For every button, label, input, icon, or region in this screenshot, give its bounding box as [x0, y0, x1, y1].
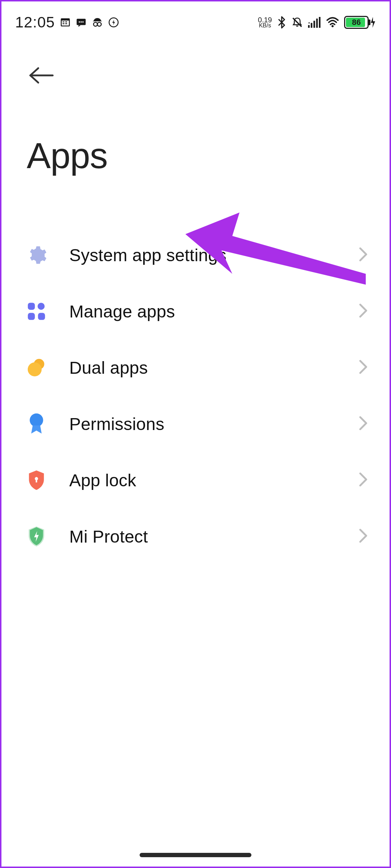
svg-rect-17: [313, 21, 315, 28]
message-icon: [76, 17, 87, 28]
wifi-icon: [326, 17, 339, 28]
svg-rect-26: [38, 313, 45, 320]
row-label: Dual apps: [69, 358, 339, 378]
row-label: Permissions: [69, 414, 339, 434]
settings-list: System app settings Manage apps Dual app…: [1, 227, 390, 565]
battery-indicator: 86: [344, 16, 376, 29]
svg-point-20: [308, 22, 310, 24]
chevron-right-icon: [359, 472, 368, 488]
row-label: System app settings: [69, 245, 339, 265]
svg-point-7: [79, 21, 80, 23]
chevron-right-icon: [359, 303, 368, 319]
apps-grid-icon: [23, 298, 50, 325]
svg-point-29: [30, 413, 43, 427]
calendar-icon: [60, 17, 71, 28]
svg-rect-25: [28, 313, 35, 320]
row-dual-apps[interactable]: Dual apps: [23, 339, 368, 396]
svg-rect-31: [36, 479, 37, 482]
row-label: Mi Protect: [69, 527, 339, 547]
svg-point-24: [38, 303, 45, 310]
shield-lock-icon: [23, 467, 50, 494]
bluetooth-icon: [277, 16, 286, 29]
dual-circle-icon: [23, 354, 50, 381]
row-system-app-settings[interactable]: System app settings: [23, 227, 368, 283]
svg-rect-2: [63, 22, 65, 23]
row-mi-protect[interactable]: Mi Protect: [23, 508, 368, 565]
chevron-right-icon: [359, 529, 368, 544]
svg-rect-1: [62, 21, 69, 26]
row-permissions[interactable]: Permissions: [23, 396, 368, 452]
status-time: 12:05: [15, 14, 55, 31]
shield-bolt-icon: [23, 523, 50, 550]
status-right: 0.19 KB/s 86: [258, 16, 376, 29]
svg-rect-5: [65, 23, 67, 25]
svg-point-9: [82, 21, 84, 23]
chevron-right-icon: [359, 416, 368, 432]
svg-point-8: [80, 21, 82, 23]
chevron-right-icon: [359, 360, 368, 376]
signal-icon: [308, 17, 321, 28]
arrow-left-icon: [27, 66, 55, 85]
svg-point-21: [331, 25, 334, 27]
svg-point-28: [28, 363, 42, 377]
svg-rect-19: [319, 17, 321, 28]
charging-icon: [370, 17, 376, 28]
svg-rect-3: [65, 22, 67, 23]
home-indicator[interactable]: [140, 853, 251, 857]
row-label: Manage apps: [69, 302, 339, 321]
status-left: 12:05: [15, 14, 119, 31]
network-speed: 0.19 KB/s: [258, 17, 272, 28]
svg-point-11: [97, 22, 101, 26]
svg-rect-4: [63, 23, 65, 25]
row-manage-apps[interactable]: Manage apps: [23, 283, 368, 339]
header: Apps: [1, 38, 390, 176]
svg-rect-18: [316, 19, 318, 28]
gear-icon: [23, 242, 50, 268]
page-title: Apps: [27, 135, 368, 176]
status-bar: 12:05 0.19 KB/s: [1, 1, 390, 38]
row-label: App lock: [69, 470, 339, 490]
back-button[interactable]: [27, 59, 59, 92]
battery-percent: 86: [352, 18, 361, 27]
award-icon: [23, 411, 50, 437]
svg-rect-15: [308, 25, 310, 28]
svg-rect-23: [28, 303, 35, 310]
bell-muted-icon: [291, 17, 303, 28]
bolt-circle-icon: [108, 17, 119, 28]
chevron-right-icon: [359, 247, 368, 263]
row-app-lock[interactable]: App lock: [23, 452, 368, 508]
svg-point-10: [93, 22, 97, 26]
incognito-icon: [92, 17, 103, 28]
svg-rect-16: [311, 23, 313, 28]
